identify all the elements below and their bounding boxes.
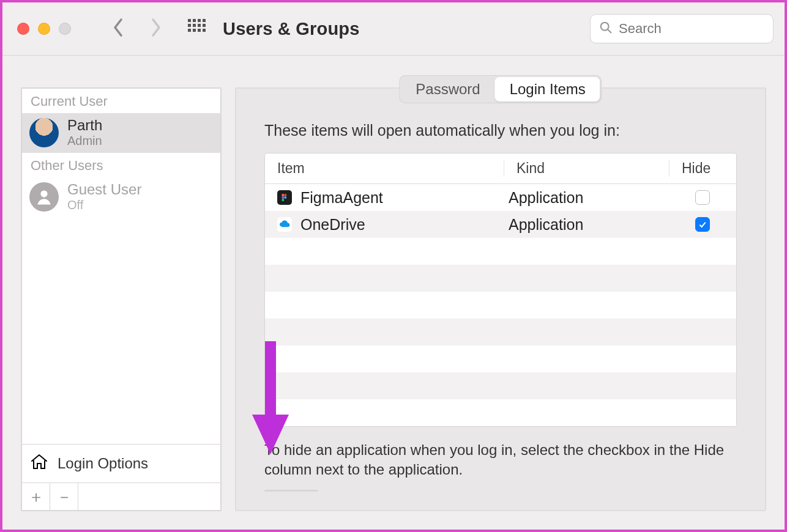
svg-rect-2 (198, 19, 201, 22)
sidebar-user-parth[interactable]: Parth Admin (22, 113, 220, 153)
svg-rect-11 (203, 29, 206, 32)
traffic-lights (17, 23, 71, 35)
tab-password[interactable]: Password (401, 77, 494, 102)
table-row-empty (265, 319, 736, 345)
table-row[interactable]: OneDriveApplication (265, 211, 736, 238)
item-name: OneDrive (300, 216, 365, 234)
svg-point-18 (284, 194, 286, 196)
svg-rect-7 (203, 24, 206, 27)
window-title: Users & Groups (223, 19, 360, 39)
svg-rect-1 (193, 19, 196, 22)
main-area: Current User Parth Admin Other Users Gue… (2, 56, 785, 530)
add-user-button[interactable]: ＋ (22, 483, 50, 510)
table-row-empty (265, 265, 736, 292)
table-header: Item Kind Hide (265, 153, 736, 184)
svg-point-14 (40, 190, 47, 197)
show-all-prefs-button[interactable] (187, 18, 206, 39)
table-row-empty (265, 372, 736, 399)
svg-rect-6 (198, 24, 201, 27)
svg-rect-5 (193, 24, 196, 27)
sidebar-footer: ＋ － (22, 482, 220, 510)
search-icon (599, 21, 613, 37)
table-row[interactable]: FigmaAgentApplication (265, 184, 736, 211)
user-status: Off (67, 198, 141, 212)
table-row-empty (265, 238, 736, 265)
close-window-button[interactable] (17, 23, 29, 35)
user-role: Admin (67, 134, 102, 148)
login-options-button[interactable]: Login Options (22, 445, 220, 482)
table-row-empty (265, 292, 736, 319)
tabs: Password Login Items (399, 75, 602, 103)
svg-line-13 (608, 29, 611, 32)
forward-button (148, 17, 163, 40)
search-field[interactable] (590, 14, 774, 43)
other-users-section-label: Other Users (22, 153, 220, 177)
avatar (29, 182, 59, 212)
avatar (29, 118, 59, 147)
hide-checkbox[interactable] (695, 190, 710, 205)
remove-user-button[interactable]: － (50, 483, 78, 510)
svg-point-19 (284, 196, 286, 199)
tab-login-items[interactable]: Login Items (495, 77, 600, 102)
onedrive-icon (277, 217, 292, 232)
col-kind[interactable]: Kind (504, 160, 669, 177)
intro-text: These items will open automatically when… (264, 122, 737, 139)
svg-point-17 (282, 199, 284, 201)
item-kind: Application (504, 216, 669, 234)
current-user-section-label: Current User (22, 89, 220, 113)
back-button[interactable] (111, 17, 126, 40)
login-items-table: Item Kind Hide FigmaAgentApplicationOneD… (264, 153, 737, 427)
svg-rect-8 (188, 29, 191, 32)
svg-rect-9 (193, 29, 196, 32)
house-icon (29, 452, 49, 475)
login-options-label: Login Options (58, 455, 148, 472)
content-panel: Password Login Items These items will op… (235, 87, 766, 511)
item-name: FigmaAgent (300, 189, 383, 207)
hint-text: To hide an application when you log in, … (264, 440, 737, 480)
item-kind: Application (504, 189, 669, 207)
window-toolbar: Users & Groups (2, 2, 785, 55)
table-row-empty (265, 399, 736, 426)
figma-icon (277, 190, 292, 205)
svg-point-16 (282, 196, 284, 199)
hide-checkbox[interactable] (695, 217, 710, 232)
add-remove-buttons: + − (264, 490, 318, 491)
col-item[interactable]: Item (265, 160, 504, 177)
svg-rect-3 (203, 19, 206, 22)
sidebar-user-guest[interactable]: Guest User Off (22, 177, 220, 217)
minimize-window-button[interactable] (38, 23, 50, 35)
svg-point-15 (282, 194, 284, 196)
svg-rect-4 (188, 24, 191, 27)
table-row-empty (265, 345, 736, 372)
search-input[interactable] (619, 21, 764, 37)
users-sidebar: Current User Parth Admin Other Users Gue… (21, 87, 222, 511)
nav-arrows (111, 17, 163, 40)
col-hide[interactable]: Hide (669, 160, 736, 177)
user-name: Parth (67, 117, 102, 134)
svg-rect-10 (198, 29, 201, 32)
svg-rect-0 (188, 19, 191, 22)
user-name: Guest User (67, 181, 141, 198)
zoom-window-button (59, 23, 71, 35)
